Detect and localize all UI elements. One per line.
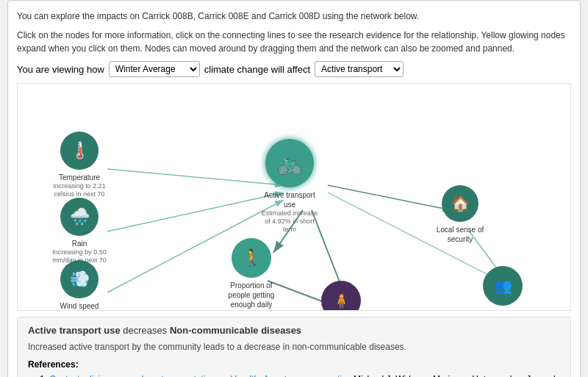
node-wind-label: Wind speed	[60, 301, 99, 311]
node-active-transport[interactable]: 🚲 Active transport use Estimated increas…	[260, 139, 319, 233]
node-temperature-label: Temperature	[59, 173, 100, 182]
node-local-security-label: Local sense of security	[431, 225, 490, 244]
node-proportion[interactable]: 🚶 Proportion of people getting enough da…	[222, 238, 281, 309]
references-section: References: 1. Contextualizing research …	[28, 359, 560, 377]
node-local-security[interactable]: 🏠 Local sense of security	[431, 185, 490, 244]
selector-row: You are viewing how Winter AverageSummer…	[17, 61, 571, 77]
info-title: Active transport use decreases Non-commu…	[28, 325, 560, 336]
season-select[interactable]: Winter AverageSummer AverageAnnual Avera…	[109, 61, 200, 77]
node-people-streets[interactable]: 👥 Presence of people on local streets	[473, 266, 532, 311]
intro-line2: Click on the nodes for more information,…	[17, 29, 571, 55]
intro-line1: You can explore the impacts on Carrick 0…	[17, 10, 571, 23]
reference-1: 1. Contextualizing research on transport…	[40, 373, 560, 377]
svg-line-3	[107, 193, 284, 231]
main-container: You can explore the impacts on Carrick 0…	[7, 0, 581, 377]
reference-1-link[interactable]: Contextualizing research on transportati…	[49, 374, 351, 377]
info-verb: decreases	[123, 325, 170, 336]
network-area: 🌡️ Temperature Increasing to 2.21 celsiu…	[17, 83, 571, 311]
info-body: Increased active transport by the commun…	[28, 340, 560, 353]
node-rain-label: Rain	[72, 239, 87, 248]
selector-middle: climate change will affect	[204, 64, 310, 75]
selector-prefix: You are viewing how	[17, 64, 104, 75]
node-ncd[interactable]: 🧍 Non-communicable diseases	[312, 281, 370, 311]
node-wind[interactable]: 💨 Wind speed Increasing by 0.24 m/s in n…	[50, 260, 109, 311]
info-subject: Active transport use	[28, 325, 121, 336]
node-people-streets-label: Presence of people on local streets	[473, 309, 532, 311]
topic-select[interactable]: Active transportHealth outcomesUrban hea…	[315, 61, 404, 77]
node-proportion-label: Proportion of people getting enough dail…	[222, 281, 281, 309]
info-panel: Active transport use decreases Non-commu…	[17, 317, 571, 377]
svg-line-2	[107, 169, 284, 185]
node-active-transport-sublabel: Estimated increase of 4.92% in short ter…	[260, 209, 319, 233]
references-label: References:	[28, 359, 560, 370]
info-object: Non-communicable diseases	[170, 325, 301, 336]
node-temperature[interactable]: 🌡️ Temperature Increasing to 2.21 celsiu…	[50, 132, 109, 206]
node-active-transport-label: Active transport use	[260, 190, 319, 209]
